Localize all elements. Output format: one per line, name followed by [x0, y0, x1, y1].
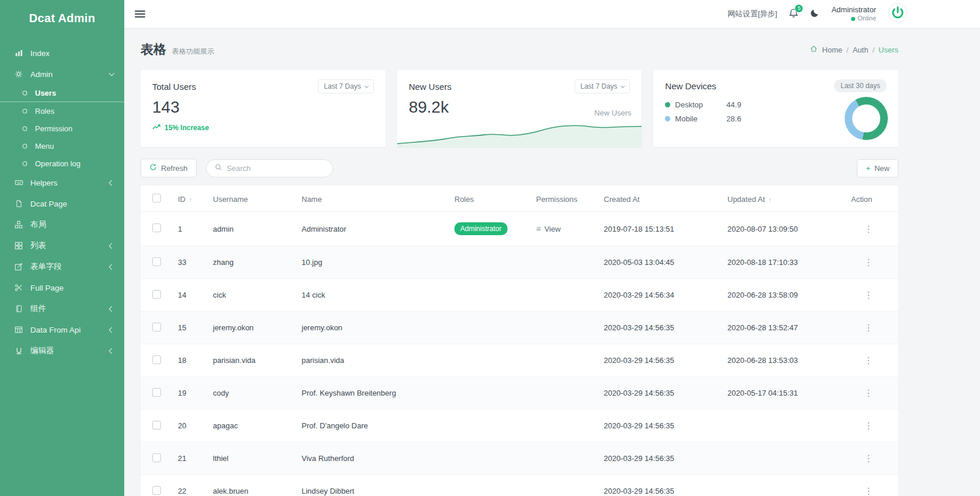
row-checkbox[interactable]	[152, 290, 161, 299]
row-checkbox[interactable]	[152, 355, 161, 364]
user-status-label: Online	[858, 15, 876, 23]
notification-badge: 5	[794, 4, 803, 13]
sidebar-item-permission[interactable]: Permission	[0, 120, 124, 137]
table-row: 20 apagac Prof. D'angelo Dare 2020-03-29…	[141, 410, 898, 442]
user-avatar[interactable]	[888, 3, 908, 25]
range-label: Last 7 Days	[580, 82, 617, 90]
row-checkbox[interactable]	[152, 453, 161, 462]
cell-roles	[450, 312, 531, 344]
refresh-button[interactable]: Refresh	[141, 159, 197, 177]
user-name: Administrator	[831, 5, 876, 15]
topbar: 网站设置[异步] 5 Administrator Online	[124, 0, 980, 28]
breadcrumb-auth: Auth	[853, 46, 869, 54]
cell-permissions	[531, 312, 599, 344]
row-checkbox[interactable]	[152, 421, 161, 429]
cell-roles	[450, 344, 531, 377]
sidebar-item-label: Roles	[35, 107, 114, 116]
row-actions-button[interactable]: ⋮	[858, 323, 879, 333]
cell-permissions: ≡View	[531, 212, 599, 246]
total-users-range-select[interactable]: Last 7 Days	[318, 79, 373, 93]
column-header-username: Username	[208, 186, 297, 212]
sidebar-item-admin[interactable]: Admin	[0, 64, 124, 85]
cell-updated-at	[723, 410, 846, 442]
online-status-dot	[851, 17, 855, 21]
sidebar-item-users[interactable]: Users	[0, 85, 124, 102]
row-actions-button[interactable]: ⋮	[858, 453, 879, 463]
sort-asc-icon[interactable]: ↑	[189, 196, 192, 203]
chevron-left-icon	[109, 348, 115, 354]
cell-created-at: 2020-05-03 13:04:45	[599, 246, 723, 279]
site-settings-link[interactable]: 网站设置[异步]	[727, 9, 777, 19]
column-header-id[interactable]: ID↑	[173, 186, 208, 212]
cell-id: 14	[173, 279, 208, 312]
sidebar-item-label: Data From Api	[30, 326, 103, 334]
row-actions-button[interactable]: ⋮	[858, 486, 879, 496]
row-actions-button[interactable]: ⋮	[858, 355, 879, 365]
sidebar-item-list[interactable]: 列表	[0, 235, 124, 256]
user-menu[interactable]: Administrator Online	[831, 5, 876, 23]
sidebar-item-full-page[interactable]: Full Page	[0, 277, 124, 298]
new-users-sparkline-chart	[397, 119, 642, 147]
trend-up-icon	[152, 124, 161, 132]
sidebar-item-dcat-page[interactable]: Dcat Page	[0, 193, 124, 214]
column-header-roles: Roles	[450, 186, 531, 212]
cell-updated-at	[723, 475, 846, 496]
row-checkbox[interactable]	[152, 257, 161, 266]
sidebar-item-components[interactable]: 组件	[0, 298, 124, 319]
row-checkbox[interactable]	[152, 486, 161, 495]
edit-icon	[14, 263, 23, 271]
row-actions-button[interactable]: ⋮	[858, 388, 879, 398]
cell-updated-at: 2020-06-28 13:52:47	[723, 312, 846, 344]
sort-asc-icon[interactable]: ↑	[768, 196, 772, 203]
table-row: 21 lthiel Viva Rutherford 2020-03-29 14:…	[141, 442, 898, 475]
plus-icon: +	[866, 164, 870, 173]
new-button[interactable]: + New	[857, 159, 898, 177]
book-icon	[14, 305, 23, 313]
notifications-button[interactable]: 5	[789, 8, 799, 20]
file-icon	[14, 200, 23, 208]
view-permission-link[interactable]: ≡View	[536, 224, 561, 233]
row-actions-button[interactable]: ⋮	[858, 224, 879, 234]
sidebar-item-layout[interactable]: 布局	[0, 214, 124, 235]
sidebar-item-menu[interactable]: Menu	[0, 137, 124, 155]
cell-id: 18	[173, 344, 208, 377]
sidebar-item-roles[interactable]: Roles	[0, 102, 124, 120]
dark-mode-toggle[interactable]	[810, 8, 820, 20]
search-input[interactable]	[227, 164, 324, 173]
row-actions-button[interactable]: ⋮	[858, 257, 879, 267]
sidebar-item-label: 表单字段	[30, 261, 103, 272]
row-checkbox[interactable]	[152, 388, 161, 397]
row-checkbox[interactable]	[152, 223, 161, 232]
row-checkbox[interactable]	[152, 323, 161, 331]
cell-id: 22	[173, 475, 208, 496]
cell-created-at: 2020-03-29 14:56:35	[599, 442, 723, 475]
refresh-icon	[149, 163, 157, 173]
sidebar-item-helpers[interactable]: Helpers	[0, 172, 124, 193]
new-users-range-select[interactable]: Last 7 Days	[575, 79, 630, 93]
cell-username: zhang	[208, 246, 297, 279]
sidebar-item-editor[interactable]: 编辑器	[0, 340, 124, 361]
row-actions-button[interactable]: ⋮	[858, 290, 879, 300]
cell-username: parisian.vida	[208, 344, 297, 377]
column-header-updated-at[interactable]: Updated At↑	[723, 186, 846, 212]
search-icon	[215, 163, 222, 173]
cell-created-at: 2020-03-29 14:56:34	[599, 279, 723, 312]
sidebar-item-label: Helpers	[30, 179, 103, 187]
sidebar-toggle-button[interactable]	[135, 9, 145, 19]
cell-roles: Administrator	[450, 212, 531, 246]
breadcrumb-home[interactable]: Home	[822, 46, 842, 54]
sidebar-item-form-fields[interactable]: 表单字段	[0, 256, 124, 277]
breadcrumb: Home / Auth / Users	[810, 45, 898, 54]
row-actions-button[interactable]: ⋮	[858, 421, 879, 431]
mobile-label: Mobile	[675, 114, 711, 123]
sidebar-menu: Index Admin Users Roles Permission Menu …	[0, 43, 124, 361]
circle-icon	[20, 90, 29, 96]
refresh-label: Refresh	[161, 164, 188, 173]
sidebar-item-operation-log[interactable]: Operation log	[0, 155, 124, 172]
chevron-left-icon	[109, 243, 115, 249]
brand-logo[interactable]: Dcat Admin	[0, 0, 124, 34]
sidebar-item-index[interactable]: Index	[0, 43, 124, 64]
sidebar-item-data-from-api[interactable]: Data From Api	[0, 319, 124, 340]
select-all-checkbox[interactable]	[152, 194, 161, 202]
cell-permissions	[531, 475, 599, 496]
